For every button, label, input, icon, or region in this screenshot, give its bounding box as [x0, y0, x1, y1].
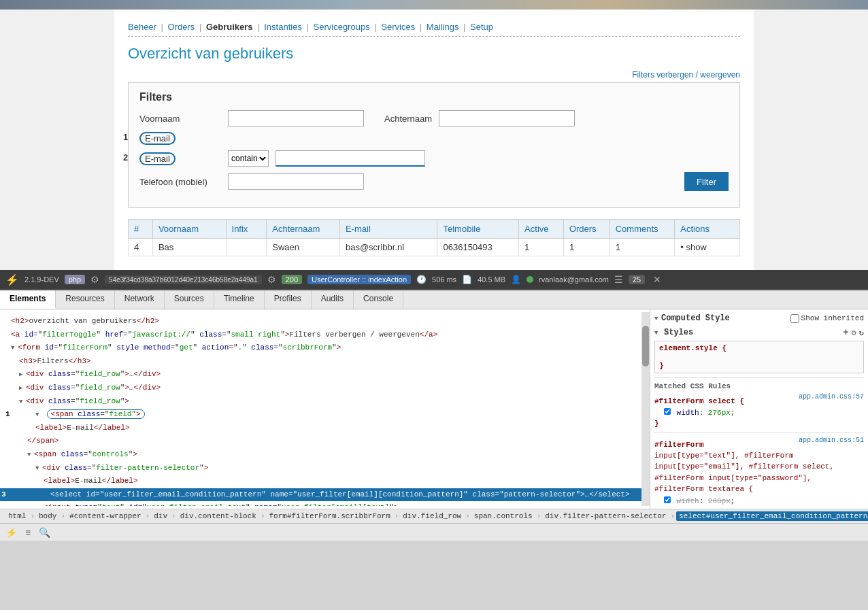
nav-beheer[interactable]: Beheer — [128, 22, 156, 32]
styles-section-title: Styles + ⚙ ↻ — [654, 327, 864, 338]
xml-line-2[interactable]: <a id="filterToggle" href="javascript://… — [0, 328, 641, 342]
styles-refresh-icon[interactable]: ↻ — [859, 328, 864, 338]
breadcrumb-content-block[interactable]: div.content-block — [178, 511, 259, 521]
xml-line-9[interactable]: <label>E-mail</label> — [0, 422, 641, 435]
cell-infix — [226, 239, 267, 256]
breadcrumb-content-wrapper[interactable]: #content-wrapper — [67, 511, 144, 521]
col-header-voornaam[interactable]: Voornaam — [152, 220, 226, 239]
styles-settings-icon[interactable]: ⚙ — [852, 328, 856, 338]
nav-instanties[interactable]: Instanties — [264, 22, 302, 32]
col-header-telmobile[interactable]: Telmobile — [437, 220, 519, 239]
filter-toggle-link[interactable]: Filters verbergen / weergeven — [632, 70, 740, 80]
devtools-gear-icon[interactable]: ⚙ — [267, 274, 276, 285]
breadcrumb-html[interactable]: html — [5, 511, 29, 521]
xml-line-11[interactable]: <span class="controls"> — [0, 448, 641, 462]
show-inherited-label[interactable]: Show inherited — [790, 314, 864, 323]
col-header-orders[interactable]: Orders — [563, 220, 610, 239]
xml-line-13[interactable]: <label>E-mail</label> — [0, 475, 641, 488]
annotation-1-num: 1 — [123, 132, 128, 142]
breadcrumb-form[interactable]: form#filterForm.scribbrForm — [267, 511, 393, 521]
element-style-block: element.style { } — [654, 341, 864, 373]
col-header-email[interactable]: E-mail — [339, 220, 437, 239]
xml-line-6[interactable]: <div class="field_row">…</div> — [0, 382, 641, 395]
computed-style-triangle[interactable] — [654, 314, 661, 322]
xml-line-10[interactable]: </span> — [0, 435, 641, 448]
nav-sep-6: | — [420, 22, 422, 32]
tab-console[interactable]: Console — [354, 290, 403, 309]
css-rule-2-prop-1: width: 268px; — [654, 495, 864, 508]
input-email-text[interactable] — [276, 150, 425, 167]
devtools-framework-version: 2.1.9-DEV — [24, 275, 59, 284]
css-rule-1-prop-1-checkbox[interactable] — [664, 408, 671, 415]
tab-timeline[interactable]: Timeline — [214, 290, 265, 309]
elements-scrollbar[interactable] — [641, 312, 650, 506]
matched-css-label: Matched CSS Rules — [654, 382, 864, 390]
xml-line-15[interactable]: <input type="text" id="user_filter_email… — [0, 501, 641, 506]
devtools-close-icon[interactable]: ✕ — [653, 274, 661, 285]
xml-line-4[interactable]: <h3>Filters</h3> — [0, 355, 641, 369]
tab-sources[interactable]: Sources — [165, 290, 214, 309]
xml-line-3[interactable]: <form id="filterForm" style method="get"… — [0, 341, 641, 355]
col-header-num[interactable]: # — [129, 220, 153, 239]
upper-section: Beheer | Orders | Gebruikers | Instantie… — [0, 10, 868, 270]
devtools-bottom-icon-1[interactable]: ⚡ — [5, 527, 17, 538]
nav-mailings[interactable]: Mailings — [427, 22, 459, 32]
input-achternaam[interactable] — [439, 110, 575, 126]
devtools-framework-icon: ⚡ — [5, 273, 19, 286]
xml-line-14-selected[interactable]: 3 <select id="user_filter_email_conditio… — [0, 488, 641, 502]
xml-line-12[interactable]: <div class="filter-pattern-selector"> — [0, 462, 641, 475]
col-header-comments[interactable]: Comments — [610, 220, 675, 239]
nav-gebruikers[interactable]: Gebruikers — [206, 22, 253, 32]
css-rule-2-file[interactable]: app.admin.css:51 — [799, 437, 864, 450]
nav-sep-7: | — [463, 22, 465, 32]
breadcrumb-field-row[interactable]: div.field_row — [400, 511, 464, 521]
col-header-actions[interactable]: Actions — [675, 220, 740, 239]
devtools-bottom-icon-3[interactable]: 🔍 — [39, 527, 50, 538]
filter-button[interactable]: Filter — [684, 172, 729, 191]
tab-audits[interactable]: Audits — [312, 290, 354, 309]
tab-profiles[interactable]: Profiles — [265, 290, 312, 309]
devtools-bottom-icon-2[interactable]: ≡ — [25, 527, 31, 538]
nav-sep-4: | — [307, 22, 309, 32]
breadcrumb-div[interactable]: div — [151, 511, 170, 521]
nav-services[interactable]: Services — [381, 22, 415, 32]
xml-line-7[interactable]: <div class="field_row"> — [0, 395, 641, 409]
styles-title-text: Styles — [664, 328, 693, 337]
tab-elements[interactable]: Elements — [0, 290, 56, 309]
cell-voornaam: Bas — [152, 239, 226, 256]
xml-line-1[interactable]: <h2>overzicht van gebruikers</h2> — [0, 315, 641, 328]
label-achternaam: Achternaam — [371, 114, 432, 124]
breadcrumb-controls[interactable]: span.controls — [471, 511, 535, 521]
col-header-active[interactable]: Active — [519, 220, 564, 239]
tab-network[interactable]: Network — [115, 290, 165, 309]
col-header-achternaam[interactable]: Achternaam — [267, 220, 340, 239]
xml-line-5[interactable]: <div class="field_row">…</div> — [0, 368, 641, 382]
styles-add-button[interactable]: + — [843, 327, 848, 338]
field-row-email: 1 E-mail — [139, 132, 729, 145]
css-rule-1-selector: #filterForm select { — [654, 397, 744, 405]
css-rule-2-prop-1-checkbox[interactable] — [664, 496, 671, 503]
styles-panel: Computed Style Show inherited Styles + ⚙… — [650, 309, 868, 509]
input-telefoon[interactable] — [228, 173, 364, 190]
filter-toggle-row: Filters verbergen / weergeven — [128, 69, 740, 80]
nav-setup[interactable]: Setup — [470, 22, 493, 32]
xml-line-8[interactable]: 1 <span class="field"> — [0, 408, 641, 422]
email-condition-pattern-select[interactable]: contains equals starts with — [228, 150, 269, 167]
breadcrumb-select[interactable]: select#user_filter_email_condition_patte… — [676, 511, 868, 521]
styles-triangle[interactable] — [654, 328, 661, 337]
data-table: # Voornaam Infix Achternaam E-mail Telmo… — [128, 219, 740, 256]
nav-servicegroups[interactable]: Servicegroups — [314, 22, 370, 32]
col-header-infix[interactable]: Infix — [226, 220, 267, 239]
show-inherited-checkbox[interactable] — [790, 314, 799, 323]
element-style-selector: element.style { — [659, 344, 727, 352]
cell-num: 4 — [129, 239, 153, 256]
table-header-row: # Voornaam Infix Achternaam E-mail Telmo… — [129, 220, 740, 239]
field-row-telefoon: Telefoon (mobiel) Filter — [139, 172, 729, 191]
input-voornaam[interactable] — [228, 110, 364, 126]
tab-resources[interactable]: Resources — [56, 290, 114, 309]
breadcrumb-filter-pattern-selector[interactable]: div.filter-pattern-selector — [542, 511, 669, 521]
devtools-settings-icon[interactable]: ⚙ — [90, 274, 99, 285]
css-rule-1-file[interactable]: app.admin.css:57 — [799, 393, 864, 407]
breadcrumb-body[interactable]: body — [36, 511, 59, 521]
nav-orders[interactable]: Orders — [168, 22, 195, 32]
